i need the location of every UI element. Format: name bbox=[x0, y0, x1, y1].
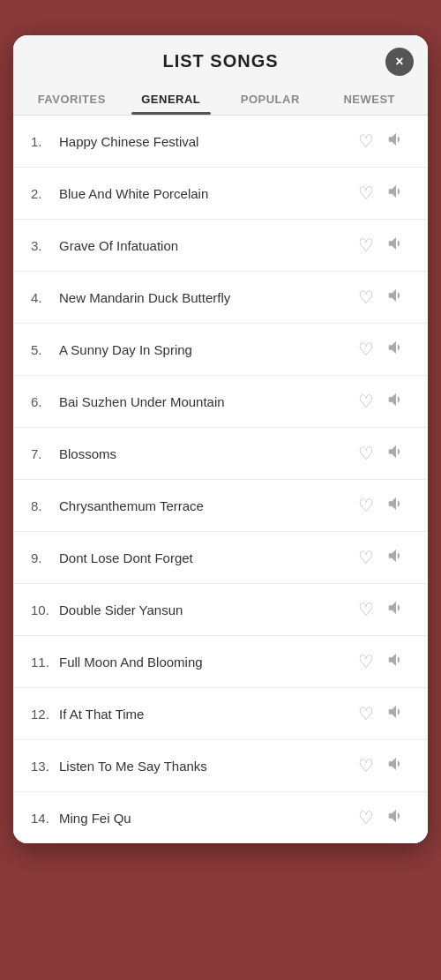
song-title: Chrysanthemum Terrace bbox=[59, 498, 354, 513]
song-title: Ming Fei Qu bbox=[59, 811, 354, 826]
volume-icon[interactable] bbox=[382, 182, 410, 205]
favorite-icon[interactable]: ♡ bbox=[354, 287, 378, 308]
song-item-11: 11.Full Moon And Blooming♡ bbox=[13, 636, 428, 688]
modal-title: LIST SONGS bbox=[31, 51, 410, 84]
song-number: 4. bbox=[31, 290, 59, 305]
song-item-12: 12.If At That Time♡ bbox=[13, 688, 428, 740]
volume-icon[interactable] bbox=[382, 546, 410, 569]
song-number: 13. bbox=[31, 759, 59, 774]
favorite-icon[interactable]: ♡ bbox=[354, 807, 378, 828]
song-item-8: 8.Chrysanthemum Terrace♡ bbox=[13, 480, 428, 532]
song-number: 3. bbox=[31, 238, 59, 253]
tab-newest[interactable]: NEWEST bbox=[320, 84, 420, 115]
volume-icon[interactable] bbox=[382, 754, 410, 777]
song-title: Dont Lose Dont Forget bbox=[59, 550, 354, 565]
close-button[interactable]: × bbox=[385, 48, 414, 76]
song-item-6: 6.Bai Suzhen Under Mountain♡ bbox=[13, 376, 428, 428]
song-item-5: 5.A Sunny Day In Spring♡ bbox=[13, 324, 428, 376]
song-item-13: 13.Listen To Me Say Thanks♡ bbox=[13, 740, 428, 792]
volume-icon[interactable] bbox=[382, 442, 410, 465]
tab-favorites[interactable]: FAVORITES bbox=[22, 84, 122, 115]
song-item-14: 14.Ming Fei Qu♡ bbox=[13, 792, 428, 843]
favorite-icon[interactable]: ♡ bbox=[354, 183, 378, 204]
song-item-4: 4.New Mandarin Duck Butterfly♡ bbox=[13, 272, 428, 324]
song-title: Double Sider Yansun bbox=[59, 602, 354, 617]
song-number: 5. bbox=[31, 342, 59, 357]
volume-icon[interactable] bbox=[382, 598, 410, 621]
list-songs-modal: LIST SONGS × FAVORITESGENERALPOPULARNEWE… bbox=[13, 35, 428, 843]
song-item-7: 7.Blossoms♡ bbox=[13, 428, 428, 480]
favorite-icon[interactable]: ♡ bbox=[354, 495, 378, 516]
song-title: New Mandarin Duck Butterfly bbox=[59, 290, 354, 305]
volume-icon[interactable] bbox=[382, 494, 410, 517]
volume-icon[interactable] bbox=[382, 130, 410, 153]
tab-popular[interactable]: POPULAR bbox=[220, 84, 320, 115]
favorite-icon[interactable]: ♡ bbox=[354, 391, 378, 412]
song-title: Listen To Me Say Thanks bbox=[59, 759, 354, 774]
favorite-icon[interactable]: ♡ bbox=[354, 755, 378, 776]
song-title: Grave Of Infatuation bbox=[59, 238, 354, 253]
song-item-9: 9.Dont Lose Dont Forget♡ bbox=[13, 532, 428, 584]
song-number: 11. bbox=[31, 655, 59, 670]
favorite-icon[interactable]: ♡ bbox=[354, 443, 378, 464]
song-number: 1. bbox=[31, 134, 59, 149]
volume-icon[interactable] bbox=[382, 234, 410, 257]
song-number: 12. bbox=[31, 707, 59, 722]
volume-icon[interactable] bbox=[382, 806, 410, 829]
volume-icon[interactable] bbox=[382, 650, 410, 673]
song-title: If At That Time bbox=[59, 707, 354, 722]
song-title: Happy Chinese Festival bbox=[59, 134, 354, 149]
song-list: 1.Happy Chinese Festival♡ 2.Blue And Whi… bbox=[13, 116, 428, 843]
song-item-10: 10.Double Sider Yansun♡ bbox=[13, 584, 428, 636]
volume-icon[interactable] bbox=[382, 390, 410, 413]
favorite-icon[interactable]: ♡ bbox=[354, 235, 378, 256]
favorite-icon[interactable]: ♡ bbox=[354, 339, 378, 360]
modal-header: LIST SONGS × bbox=[13, 35, 428, 84]
song-title: A Sunny Day In Spring bbox=[59, 342, 354, 357]
tab-general[interactable]: GENERAL bbox=[122, 84, 221, 115]
favorite-icon[interactable]: ♡ bbox=[354, 703, 378, 724]
tab-bar: FAVORITESGENERALPOPULARNEWEST bbox=[13, 84, 428, 116]
song-title: Blossoms bbox=[59, 446, 354, 461]
song-title: Blue And White Porcelain bbox=[59, 186, 354, 201]
favorite-icon[interactable]: ♡ bbox=[354, 651, 378, 672]
volume-icon[interactable] bbox=[382, 702, 410, 725]
song-number: 9. bbox=[31, 550, 59, 565]
song-item-3: 3.Grave Of Infatuation♡ bbox=[13, 220, 428, 272]
song-number: 14. bbox=[31, 811, 59, 826]
favorite-icon[interactable]: ♡ bbox=[354, 547, 378, 568]
song-number: 7. bbox=[31, 446, 59, 461]
volume-icon[interactable] bbox=[382, 286, 410, 309]
favorite-icon[interactable]: ♡ bbox=[354, 599, 378, 620]
volume-icon[interactable] bbox=[382, 338, 410, 361]
song-number: 8. bbox=[31, 498, 59, 513]
song-number: 10. bbox=[31, 602, 59, 617]
song-number: 2. bbox=[31, 186, 59, 201]
song-number: 6. bbox=[31, 394, 59, 409]
song-title: Bai Suzhen Under Mountain bbox=[59, 394, 354, 409]
favorite-icon[interactable]: ♡ bbox=[354, 131, 378, 152]
song-item-2: 2.Blue And White Porcelain♡ bbox=[13, 168, 428, 220]
song-item-1: 1.Happy Chinese Festival♡ bbox=[13, 116, 428, 168]
song-title: Full Moon And Blooming bbox=[59, 655, 354, 670]
